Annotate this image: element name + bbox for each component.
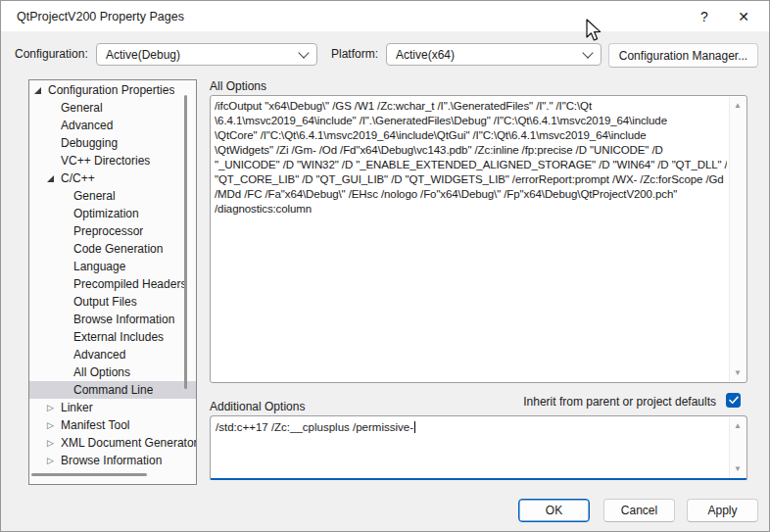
title-bar: QtProjectV200 Property Pages ? ✕ — [1, 1, 769, 31]
platform-value: Active(x64) — [396, 48, 455, 62]
tree-item-linker[interactable]: ▷Linker — [29, 399, 196, 416]
tree-item-optimization[interactable]: Optimization — [29, 205, 196, 222]
tree-vertical-scrollbar[interactable] — [184, 95, 187, 389]
text-caret — [414, 421, 415, 433]
all-options-text: /ifcOutput "x64\Debug\" /GS /W1 /Zc:wcha… — [215, 99, 727, 380]
tree-item-label: Debugging — [61, 134, 118, 152]
command-line-text-line: /diagnostics:column — [215, 202, 727, 217]
cancel-button[interactable]: Cancel — [603, 499, 675, 522]
scroll-down-icon[interactable]: ▼ — [730, 366, 746, 379]
property-pages-dialog: QtProjectV200 Property Pages ? ✕ Configu… — [0, 0, 770, 532]
command-line-text-line: "_UNICODE" /D "WIN32" /D "_ENABLE_EXTEND… — [215, 158, 727, 172]
command-line-text-line: \6.4.1\msvc2019_64\include" /I".\Generat… — [215, 114, 727, 128]
tree-item-label: Optimization — [73, 205, 139, 222]
all-options-textarea[interactable]: /ifcOutput "x64\Debug\" /GS /W1 /Zc:wcha… — [210, 95, 747, 383]
tree-item-advanced[interactable]: Advanced — [29, 117, 196, 134]
all-options-label: All Options — [210, 79, 266, 93]
all-options-scrollbar[interactable]: ▲ ▼ — [729, 97, 746, 381]
tree-item-label: Precompiled Headers — [73, 275, 186, 293]
tree-item-xml-document-generator[interactable]: ▷XML Document Generator — [29, 434, 196, 452]
scroll-down-icon[interactable]: ▼ — [730, 462, 746, 475]
command-line-text-line: /ifcOutput "x64\Debug\" /GS /W1 /Zc:wcha… — [215, 99, 727, 114]
tree-item-label: External Includes — [73, 328, 164, 346]
collapsed-arrow-icon[interactable]: ▷ — [47, 439, 61, 448]
expanded-arrow-icon[interactable] — [34, 87, 48, 94]
tree-item-label: Linker — [61, 399, 93, 416]
tree-item-label: Output Files — [73, 293, 137, 311]
additional-options-text: /std:c++17 /Zc:__cplusplus /permissive- — [216, 420, 727, 435]
tree-item-precompiled-headers[interactable]: Precompiled Headers — [29, 275, 196, 293]
tree-item-language[interactable]: Language — [29, 258, 196, 275]
configuration-manager-button[interactable]: Configuration Manager... — [608, 43, 758, 68]
tree-item-label: Configuration Properties — [48, 81, 174, 99]
tree-item-vc-directories[interactable]: VC++ Directories — [29, 152, 196, 169]
tree-item-label: General — [73, 187, 116, 205]
collapsed-arrow-icon[interactable]: ▷ — [47, 421, 61, 430]
tree-item-label: Advanced — [61, 117, 113, 134]
titlebar-buttons: ? ✕ — [685, 1, 763, 31]
tree-item-all-options[interactable]: All Options — [29, 363, 196, 381]
window-title: QtProjectV200 Property Pages — [17, 10, 184, 24]
configuration-select[interactable]: Active(Debug) — [96, 43, 317, 66]
config-tree[interactable]: Configuration PropertiesGeneralAdvancedD… — [28, 79, 197, 485]
tree-item-label: Preprocessor — [73, 222, 143, 240]
tree-item-advanced[interactable]: Advanced — [29, 346, 196, 363]
configuration-value: Active(Debug) — [106, 48, 180, 62]
collapsed-arrow-icon[interactable]: ▷ — [47, 457, 61, 465]
inherit-defaults-checkbox[interactable] — [726, 393, 741, 408]
chevron-down-icon — [582, 47, 593, 58]
additional-options-input[interactable]: /std:c++17 /Zc:__cplusplus /permissive- … — [210, 415, 747, 480]
tree-item-command-line[interactable]: Command Line — [29, 381, 196, 399]
platform-label: Platform: — [331, 47, 378, 61]
tree-item-label: Browse Information — [61, 452, 162, 469]
close-button[interactable]: ✕ — [724, 2, 763, 31]
tree-item-code-generation[interactable]: Code Generation — [29, 240, 196, 258]
tree-item-label: Command Line — [73, 381, 153, 399]
command-line-text-line: \QtWidgets" /Zi /Gm- /Od /Fd"x64\Debug\v… — [215, 143, 727, 158]
tree-item-configuration-properties[interactable]: Configuration Properties — [29, 81, 196, 99]
ok-button[interactable]: OK — [518, 499, 590, 522]
command-line-text-line: \QtCore" /I"C:\Qt\6.4.1\msvc2019_64\incl… — [215, 128, 727, 143]
collapsed-arrow-icon[interactable]: ▷ — [47, 404, 61, 412]
tree-item-c-c-[interactable]: C/C++ — [29, 169, 196, 187]
scroll-up-icon[interactable]: ▲ — [730, 99, 746, 112]
chevron-down-icon — [298, 47, 309, 58]
tree-item-general[interactable]: General — [29, 99, 196, 117]
tree-item-browse-information[interactable]: Browse Information — [29, 311, 196, 328]
tree-item-label: Language — [73, 258, 125, 275]
tree-item-external-includes[interactable]: External Includes — [29, 328, 196, 346]
tree-item-label: Advanced — [73, 346, 125, 363]
tree-item-label: C/C++ — [61, 169, 95, 187]
tree-item-label: Manifest Tool — [61, 416, 129, 434]
tree-horizontal-scrollbar[interactable] — [31, 473, 147, 476]
tree-item-label: Code Generation — [73, 240, 163, 258]
tree-item-debugging[interactable]: Debugging — [29, 134, 196, 152]
tree-item-label: VC++ Directories — [61, 152, 150, 169]
tree-item-label: All Options — [73, 363, 130, 381]
help-button[interactable]: ? — [685, 2, 724, 31]
checkmark-icon — [729, 396, 739, 405]
platform-select[interactable]: Active(x64) — [386, 43, 602, 66]
command-line-text-line: /MDd /FC /Fa"x64\Debug\" /EHsc /nologo /… — [215, 187, 727, 202]
command-line-text-line: "QT_CORE_LIB" /D "QT_GUI_LIB" /D "QT_WID… — [215, 172, 727, 187]
tree-item-label: Browse Information — [73, 311, 174, 328]
tree-item-label: General — [61, 99, 103, 117]
configuration-label: Configuration: — [15, 47, 88, 61]
tree-item-preprocessor[interactable]: Preprocessor — [29, 222, 196, 240]
scroll-up-icon[interactable]: ▲ — [730, 419, 746, 432]
apply-button[interactable]: Apply — [687, 499, 758, 522]
additional-options-label: Additional Options — [210, 400, 305, 413]
tree-item-general[interactable]: General — [29, 187, 196, 205]
expanded-arrow-icon[interactable] — [47, 175, 61, 182]
additional-options-scrollbar[interactable]: ▲ ▼ — [729, 417, 746, 477]
tree-item-output-files[interactable]: Output Files — [29, 293, 196, 311]
tree-item-label: XML Document Generator — [61, 434, 196, 452]
tree-item-browse-information[interactable]: ▷Browse Information — [29, 452, 196, 469]
inherit-defaults-label: Inherit from parent or project defaults — [523, 395, 716, 409]
tree-item-manifest-tool[interactable]: ▷Manifest Tool — [29, 416, 196, 434]
